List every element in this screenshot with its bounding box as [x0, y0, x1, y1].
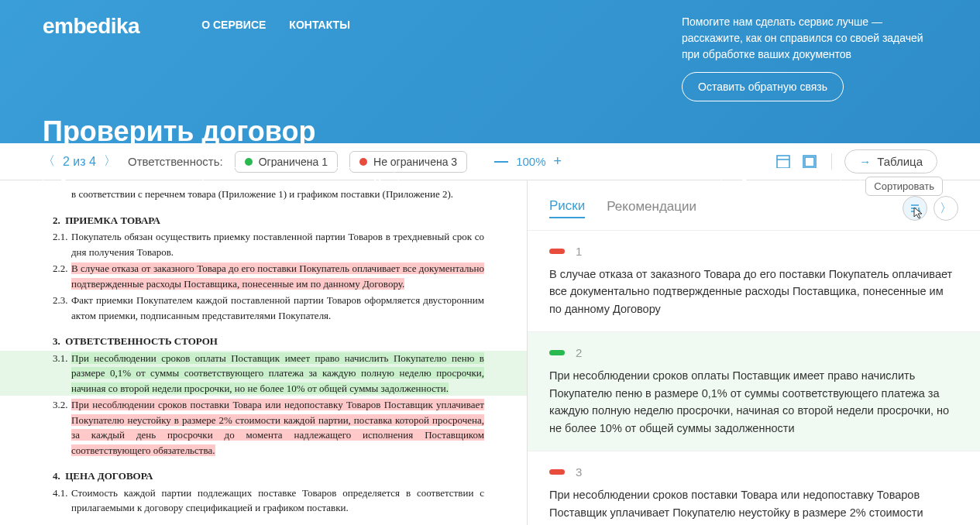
section-title: 2. ПРИЕМКА ТОВАРА	[53, 213, 484, 228]
clause: Покупатель обязан осуществить приемку по…	[71, 229, 484, 259]
chevron-right-icon: 〉	[940, 201, 952, 217]
svg-rect-4	[777, 156, 789, 168]
feedback-button[interactable]: Оставить обратную связь	[682, 72, 844, 101]
sort-button[interactable]	[903, 196, 927, 221]
section-title: 4. ЦЕНА ДОГОВОРА	[53, 468, 484, 484]
next-risk-button[interactable]: 〉	[934, 196, 958, 221]
page-title: Проверить договор	[43, 115, 937, 148]
risk-severity-icon	[549, 350, 565, 355]
risk-item[interactable]: 2 При несоблюдении сроков оплаты Поставщ…	[528, 332, 980, 451]
risk-item[interactable]: 1 В случае отказа от заказного Товара до…	[528, 231, 980, 332]
zoom-value: 100%	[516, 155, 545, 168]
page-indicator: 2 из 4	[63, 155, 96, 169]
risk-severity-icon	[549, 469, 565, 475]
clause-highlighted[interactable]: При несоблюдении сроков оплаты Поставщик…	[71, 351, 484, 396]
responsibility-label: Ответственность:	[128, 155, 223, 168]
feedback-block: Помогите нам сделать сервис лучше — расс…	[682, 14, 937, 101]
tab-risks[interactable]: Риски	[549, 198, 585, 218]
arrow-right-icon: →	[859, 155, 871, 168]
document-panel[interactable]: в соответствии с перечнем товара (Прилож…	[0, 180, 527, 525]
main-nav: О СЕРВИСЕ КОНТАКТЫ	[201, 19, 350, 31]
risk-item[interactable]: 3 При несоблюдении сроков поставки Товар…	[528, 451, 980, 525]
app-header: embedika О СЕРВИСЕ КОНТАКТЫ Помогите нам…	[0, 0, 980, 143]
clause: Стоимость каждой партии подлежащих поста…	[71, 486, 484, 516]
nav-about[interactable]: О СЕРВИСЕ	[201, 19, 266, 31]
risk-text: В случае отказа от заказного Товара до е…	[549, 266, 958, 317]
clause-highlighted[interactable]: В случае отказа от заказного Товара до е…	[71, 261, 484, 291]
section-title: 3. ОТВЕТСТВЕННОСТЬ СТОРОН	[53, 334, 484, 349]
clause-highlighted[interactable]: При несоблюдении сроков поставки Товара …	[71, 397, 484, 458]
tab-recommendations[interactable]: Рекомендации	[607, 199, 696, 218]
doc-line: в соответствии с перечнем товара (Прилож…	[71, 187, 484, 202]
zoom-out-icon[interactable]	[494, 161, 508, 163]
feedback-text: Помогите нам сделать сервис лучше — расс…	[682, 14, 937, 63]
sort-tooltip: Сортировать	[865, 177, 943, 196]
clause: Факт приемки Покупателем каждой поставле…	[71, 293, 484, 323]
logo[interactable]: embedika	[43, 14, 139, 39]
red-dot-icon	[359, 158, 367, 166]
risk-severity-icon	[549, 249, 565, 254]
green-dot-icon	[245, 158, 253, 166]
risk-text: При несоблюдении сроков поставки Товара …	[549, 486, 958, 525]
table-view-button[interactable]: → Таблица Сортировать	[844, 149, 937, 173]
risk-text: При несоблюдении сроков оплаты Поставщик…	[549, 367, 958, 437]
demo-doc-button[interactable]: Демо документ	[720, 168, 841, 198]
nav-contacts[interactable]: КОНТАКТЫ	[289, 19, 349, 31]
risk-panel: Риски Рекомендации 〉 1 В случае отказа о…	[527, 180, 980, 525]
main-content: в соответствии с перечнем товара (Прилож…	[0, 180, 980, 525]
svg-rect-6	[805, 157, 814, 166]
